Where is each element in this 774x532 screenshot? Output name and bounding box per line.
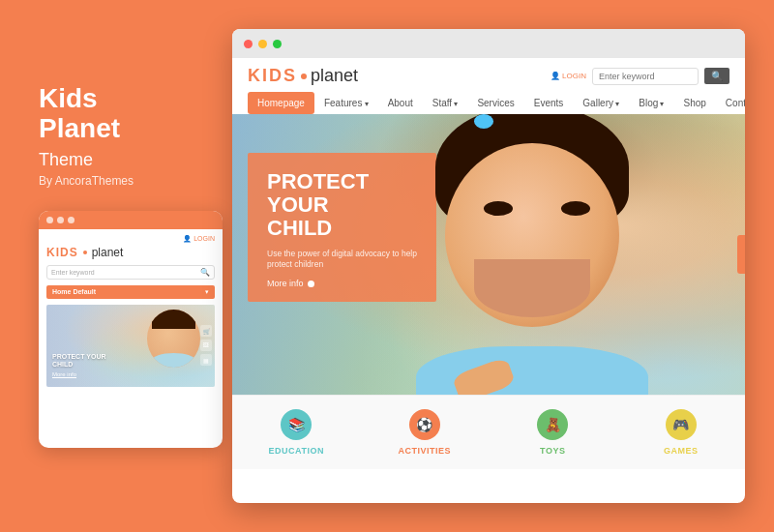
education-label: EDUCATION: [269, 446, 324, 456]
mobile-search-placeholder: Enter keyword: [51, 269, 200, 276]
activities-label: ACTIVITIES: [398, 446, 451, 456]
hero-more-link[interactable]: More info: [267, 279, 417, 288]
mobile-login-label[interactable]: LOGIN: [194, 235, 215, 242]
mobile-dot-2: [57, 217, 64, 223]
nav-item-contacts[interactable]: Contacts: [716, 92, 745, 114]
mobile-hero-link[interactable]: More info: [52, 371, 106, 377]
nav-item-gallery[interactable]: Gallery: [573, 92, 629, 114]
site-logo-kids: KIDS: [248, 66, 297, 86]
mobile-logo: KIDS planet: [46, 246, 215, 259]
mobile-dot-3: [68, 217, 74, 223]
mobile-hero: PROTECT YOURCHILD More info 🛒 🖼 ▦: [46, 305, 215, 387]
site-categories: 📚 EDUCATION ⚽ ACTIVITIES 🧸 TOYS 🎮 GAMES: [232, 395, 745, 469]
hero-more-dot: [308, 281, 314, 287]
theme-subtitle: Theme: [39, 150, 232, 170]
site-hero: PROTECT YOURCHILD Use the power of digit…: [232, 114, 745, 395]
mobile-person-icon: 👤: [183, 235, 192, 243]
site-search-button[interactable]: 🔍: [704, 68, 729, 84]
mobile-layout-icon[interactable]: ▦: [200, 354, 212, 366]
nav-item-shop[interactable]: Shop: [674, 92, 716, 114]
mobile-cart-icon[interactable]: 🛒: [200, 325, 212, 337]
site-search-area: 👤 LOGIN 🔍: [551, 68, 729, 85]
nav-item-homepage[interactable]: Homepage: [248, 92, 314, 114]
browser-bar: [232, 29, 745, 58]
toys-icon: 🧸: [537, 409, 568, 440]
hero-description: Use the power of digital advocacy to hel…: [267, 249, 417, 272]
browser-mockup: KIDS planet 👤 LOGIN 🔍 Homepage Features: [232, 29, 745, 503]
hero-overlay-box: PROTECT YOURCHILD Use the power of digit…: [248, 153, 436, 302]
toys-label: TOYS: [540, 446, 565, 456]
category-activities[interactable]: ⚽ ACTIVITIES: [361, 396, 490, 469]
mobile-logo-kids: KIDS: [46, 246, 78, 259]
mobile-nav-chevron-icon: ▾: [205, 288, 209, 296]
mobile-top-bar: [39, 211, 223, 229]
games-label: GAMES: [664, 446, 699, 456]
hero-more-label: More info: [267, 279, 304, 288]
theme-title: KidsPlanet: [39, 84, 232, 144]
browser-dot-red: [244, 40, 253, 48]
nav-item-staff[interactable]: Staff: [423, 92, 468, 114]
browser-dot-yellow: [258, 40, 267, 48]
site-nav: Homepage Features About Staff Services E…: [248, 92, 729, 114]
hero-right-accent: [737, 235, 745, 274]
nav-item-features[interactable]: Features: [314, 92, 378, 114]
mobile-search-row: Enter keyword 🔍: [46, 265, 215, 280]
mobile-body: 👤 LOGIN KIDS planet Enter keyword 🔍 Home…: [39, 229, 223, 393]
mobile-child-illustration: [147, 310, 200, 368]
site-logo-planet: planet: [311, 66, 358, 86]
browser-dot-green: [273, 40, 282, 48]
mobile-login-row: 👤 LOGIN: [46, 235, 215, 243]
mobile-logo-planet: planet: [92, 246, 124, 259]
mobile-nav-label: Home Default: [52, 288, 96, 295]
site-search-input[interactable]: [592, 68, 699, 85]
mobile-logo-separator: [83, 251, 87, 254]
login-label: LOGIN: [562, 72, 586, 80]
site-header: KIDS planet 👤 LOGIN 🔍 Homepage Features: [232, 58, 745, 114]
mobile-dot-1: [46, 217, 53, 223]
hero-child-face: [397, 114, 668, 395]
person-icon: 👤: [551, 72, 560, 80]
nav-item-about[interactable]: About: [378, 92, 423, 114]
site-logo-separator: [301, 74, 307, 79]
mobile-hero-text: PROTECT YOURCHILD: [52, 353, 106, 369]
site-login[interactable]: 👤 LOGIN: [551, 72, 586, 80]
mobile-nav-dropdown[interactable]: Home Default ▾: [46, 285, 215, 299]
mobile-image-icon[interactable]: 🖼: [200, 340, 212, 351]
site-logo: KIDS planet: [248, 66, 358, 86]
education-icon: 📚: [281, 409, 312, 440]
nav-item-blog[interactable]: Blog: [629, 92, 673, 114]
mobile-hero-icons: 🛒 🖼 ▦: [200, 325, 212, 366]
browser-content: KIDS planet 👤 LOGIN 🔍 Homepage Features: [232, 58, 745, 503]
theme-author: By AncoraThemes: [39, 174, 232, 188]
mobile-hero-overlay: PROTECT YOURCHILD More info: [52, 353, 106, 377]
games-icon: 🎮: [666, 409, 697, 440]
nav-item-events[interactable]: Events: [524, 92, 574, 114]
category-toys[interactable]: 🧸 TOYS: [489, 396, 617, 469]
category-games[interactable]: 🎮 GAMES: [617, 396, 746, 469]
site-header-top: KIDS planet 👤 LOGIN 🔍: [248, 66, 729, 86]
hero-title: PROTECT YOURCHILD: [267, 170, 417, 241]
category-education[interactable]: 📚 EDUCATION: [232, 396, 361, 469]
left-panel: KidsPlanet Theme By AncoraThemes 👤 LOGIN…: [39, 84, 232, 448]
mobile-mockup: 👤 LOGIN KIDS planet Enter keyword 🔍 Home…: [39, 211, 223, 448]
mobile-search-icon[interactable]: 🔍: [200, 268, 210, 277]
nav-item-services[interactable]: Services: [467, 92, 523, 114]
activities-icon: ⚽: [409, 409, 440, 440]
